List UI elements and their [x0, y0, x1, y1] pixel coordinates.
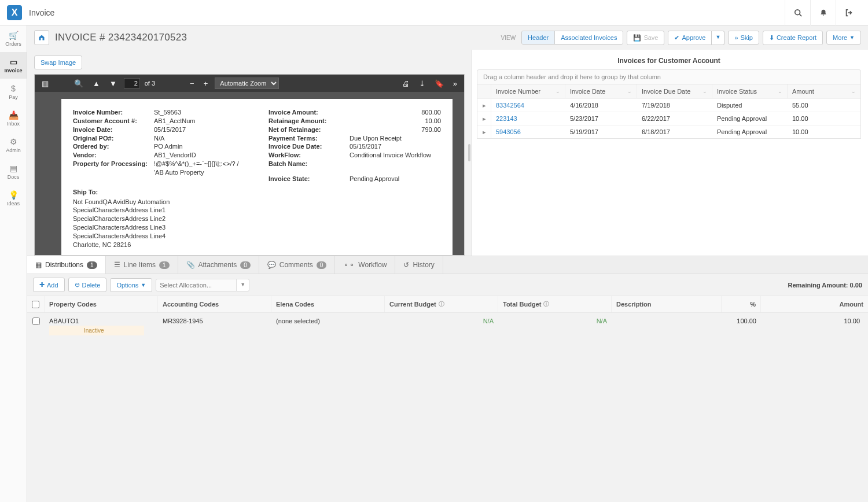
add-button[interactable]: ✚Add	[33, 278, 65, 292]
grid-row[interactable]: ▸ 223143 5/23/2017 6/22/2017 Pending App…	[477, 112, 860, 125]
pane-splitter[interactable]	[467, 50, 472, 256]
col-current-budget[interactable]: Current Budgetⓘ	[385, 296, 498, 312]
sidebar-item-ideas[interactable]: 💡Ideas	[0, 185, 27, 212]
tab-comments[interactable]: 💬Comments0	[259, 256, 336, 274]
tab-workflow[interactable]: ⚬⚬Workflow	[335, 256, 395, 274]
zoom-out-icon[interactable]: −	[187, 79, 197, 88]
bell-icon[interactable]	[810, 0, 836, 25]
pdf-toolbar: ▥ 🔍 ▲ ▼ of 3 − + Automatic Zoom 🖨 ⤓	[35, 75, 464, 92]
workflow-icon: ⚬⚬	[343, 261, 355, 269]
page-count: of 3	[145, 80, 155, 87]
bookmark-icon[interactable]: 🔖	[432, 79, 446, 88]
app-logo[interactable]: X	[7, 5, 22, 20]
col-elena-codes[interactable]: Elena Codes	[271, 296, 385, 312]
sidebar-item-invoice[interactable]: ▭Invoice	[0, 52, 27, 79]
prev-page-icon[interactable]: ▲	[90, 79, 102, 88]
approve-dropdown[interactable]: ▼	[712, 31, 724, 45]
more-button[interactable]: More ▼	[826, 31, 861, 45]
search-icon[interactable]	[785, 0, 810, 25]
percent-cell[interactable]: 100.00	[722, 315, 761, 338]
expand-icon[interactable]: ▸	[477, 126, 491, 138]
col-amount[interactable]: Amount	[761, 296, 868, 312]
tab-attachments[interactable]: 📎Attachments0	[178, 256, 259, 274]
zoom-select[interactable]: Automatic Zoom	[215, 77, 279, 89]
find-icon[interactable]: 🔍	[72, 79, 86, 88]
col-property-codes[interactable]: Property Codes	[45, 296, 158, 312]
download-pdf-icon[interactable]: ⤓	[417, 79, 428, 88]
bottom-tabs: ▦Distributions1 ☰Line Items1 📎Attachment…	[27, 256, 868, 274]
pdf-content[interactable]: Invoice Number:St_59563 Customer Account…	[35, 92, 464, 255]
home-button[interactable]	[34, 30, 49, 45]
zoom-in-icon[interactable]: +	[201, 79, 211, 88]
expand-icon[interactable]: ▸	[477, 112, 491, 125]
distributions-toolbar: ✚Add ⊖Delete Options ▼ ▼ Remaining Amoun…	[27, 274, 868, 296]
tab-header[interactable]: Header	[522, 31, 555, 44]
col-accounting-codes[interactable]: Accounting Codes	[158, 296, 271, 312]
col-amount[interactable]: Amount⌄	[788, 84, 860, 98]
col-invoice-date[interactable]: Invoice Date⌄	[565, 84, 637, 98]
accounting-code-cell[interactable]: MR3928-1945	[158, 315, 271, 338]
tab-history[interactable]: ↺History	[395, 256, 443, 274]
tab-associated-invoices[interactable]: Associated Invoices	[555, 31, 623, 44]
invoice-link[interactable]: 223143	[491, 112, 565, 125]
amount-cell[interactable]: 10.00	[761, 315, 868, 338]
tools-icon[interactable]: »	[451, 79, 459, 88]
delete-button[interactable]: ⊖Delete	[68, 278, 107, 292]
logout-icon[interactable]	[836, 0, 861, 25]
list-icon: ☰	[114, 261, 120, 269]
col-invoice-number[interactable]: Invoice Number⌄	[491, 84, 565, 98]
col-percent[interactable]: %	[722, 296, 761, 312]
tab-line-items[interactable]: ☰Line Items1	[106, 256, 178, 274]
invoice-image-pane: Swap Image ▥ 🔍 ▲ ▼ of 3 − + Automatic Zo…	[27, 50, 467, 256]
page-header: INVOICE # 23423420170523 VIEW Header Ass…	[27, 25, 868, 50]
next-page-icon[interactable]: ▼	[107, 79, 119, 88]
options-button[interactable]: Options ▼	[110, 278, 152, 292]
skip-icon: »	[734, 34, 738, 41]
dist-row[interactable]: ABAUTO1 Inactive MR3928-1945 (none selec…	[27, 313, 868, 340]
distributions-grid: Property Codes Accounting Codes Elena Co…	[27, 296, 868, 502]
gear-icon: ⚙	[10, 137, 17, 146]
sidebar-item-pay[interactable]: $Pay	[0, 79, 27, 105]
elena-code-cell[interactable]: (none selected)	[271, 315, 385, 338]
sidebar-item-docs[interactable]: ▤Docs	[0, 158, 27, 185]
create-report-button[interactable]: ⬇Create Report	[763, 31, 823, 45]
check-icon: ✔	[674, 34, 679, 42]
col-description[interactable]: Description	[612, 296, 722, 312]
view-tabs: Header Associated Invoices	[521, 31, 623, 45]
approve-button[interactable]: ✔Approve	[668, 31, 712, 45]
invoice-link[interactable]: 5943056	[491, 126, 565, 138]
chevron-down-icon: ▼	[849, 35, 855, 40]
sidebar-item-admin[interactable]: ⚙Admin	[0, 132, 27, 158]
description-cell[interactable]	[612, 315, 722, 338]
inbox-icon: 📥	[9, 110, 19, 120]
info-icon: ⓘ	[543, 300, 549, 308]
save-icon: 💾	[633, 34, 641, 42]
download-icon: ⬇	[769, 34, 774, 42]
tab-distributions[interactable]: ▦Distributions1	[27, 256, 106, 274]
sidebar-item-orders[interactable]: 🛒Orders	[0, 25, 27, 52]
skip-button[interactable]: »Skip	[728, 31, 759, 45]
bulb-icon: 💡	[9, 190, 19, 200]
allocation-dropdown[interactable]: ▼	[237, 279, 249, 291]
select-all-checkbox[interactable]	[27, 296, 45, 312]
sidebar-item-inbox[interactable]: 📥Inbox	[0, 105, 27, 132]
allocation-select[interactable]	[156, 279, 237, 291]
grid-row[interactable]: ▸ 5943056 5/19/2017 6/18/2017 Pending Ap…	[477, 125, 860, 138]
group-by-hint[interactable]: Drag a column header and drop it here to…	[477, 69, 861, 84]
invoice-link[interactable]: 83342564	[491, 99, 565, 112]
page-number-input[interactable]	[124, 78, 140, 88]
dollar-icon: $	[11, 84, 16, 93]
col-total-budget[interactable]: Total Budgetⓘ	[498, 296, 612, 312]
print-icon[interactable]: 🖨	[400, 79, 412, 88]
col-invoice-due-date[interactable]: Invoice Due Date⌄	[637, 84, 712, 98]
svg-line-1	[799, 14, 801, 16]
grid-row[interactable]: ▸ 83342564 4/16/2018 7/19/2018 Disputed …	[477, 98, 860, 112]
row-checkbox[interactable]	[32, 318, 40, 325]
property-code-cell[interactable]: ABAUTO1 Inactive	[45, 315, 158, 338]
save-button: 💾Save	[627, 31, 664, 45]
invoice-icon: ▭	[10, 57, 17, 67]
sidebar-toggle-icon[interactable]: ▥	[39, 79, 51, 88]
col-invoice-status[interactable]: Invoice Status⌄	[712, 84, 788, 98]
swap-image-button[interactable]: Swap Image	[34, 56, 82, 69]
expand-icon[interactable]: ▸	[477, 99, 491, 112]
